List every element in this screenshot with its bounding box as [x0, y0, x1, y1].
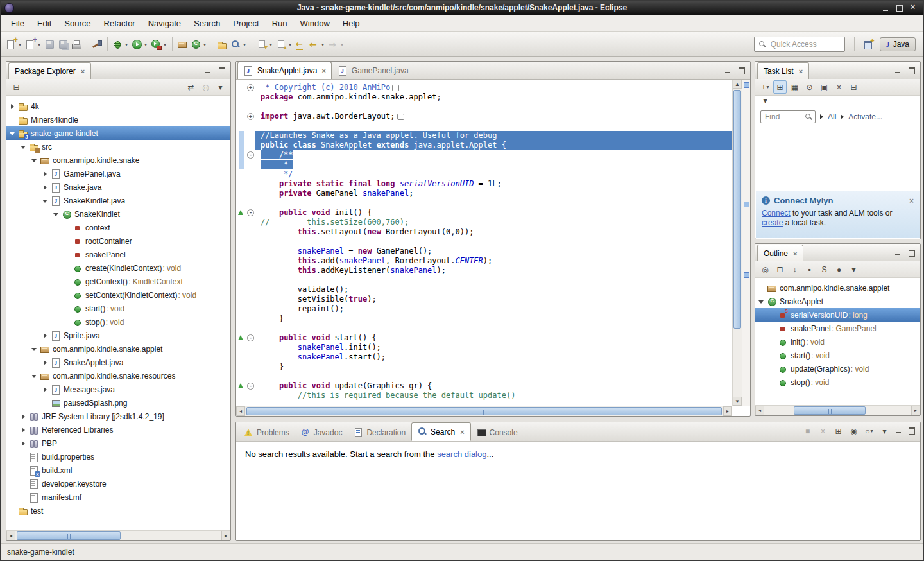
scroll-left-button[interactable]: ◂ [755, 406, 764, 415]
code-line[interactable]: public class SnakeApplet extends java.ap… [236, 141, 732, 150]
presentation-dropdown-button[interactable] [758, 94, 772, 108]
tree-item[interactable]: xbuild.xml [6, 463, 230, 477]
tree-item[interactable]: rootContainer [6, 234, 230, 248]
scroll-left-button[interactable]: ◂ [236, 406, 245, 416]
tree-item[interactable]: start() : void [6, 302, 230, 315]
code-line[interactable]: //Launches Snake as a Java applet. Usefu… [236, 131, 732, 141]
tree-item[interactable]: GamePanel.java [6, 167, 230, 180]
hide-static-members-button[interactable] [817, 263, 831, 276]
expander-icon[interactable] [42, 332, 49, 339]
task-activate-link[interactable]: Activate... [848, 112, 882, 121]
previous-annotation-button[interactable]: ▾ [275, 37, 294, 52]
expand-all-button[interactable] [832, 424, 845, 438]
tree-item[interactable]: SserialVersionUID : long [755, 308, 920, 322]
expander-icon[interactable] [31, 345, 38, 352]
tree-item[interactable]: Snake.java [6, 180, 230, 194]
fold-collapse-icon[interactable]: - [247, 334, 254, 341]
hide-fields-button[interactable] [803, 263, 816, 276]
expander-icon[interactable] [42, 359, 49, 366]
tree-item[interactable]: PBP [6, 436, 230, 450]
expander-icon[interactable] [20, 143, 27, 150]
view-tab-declaration[interactable]: Declaration [348, 424, 411, 441]
mylyn-link[interactable]: create [762, 218, 783, 227]
tree-item[interactable]: context [6, 221, 230, 234]
dropdown-arrow-icon[interactable]: ▾ [162, 42, 167, 47]
code-line[interactable]: - public void update(Graphics gr) { [236, 381, 732, 391]
fold-expand-icon[interactable]: + [247, 113, 254, 120]
code-line[interactable] [236, 275, 732, 285]
code-line[interactable]: this.addKeyListener(snakePanel); [236, 266, 732, 275]
quick-access-input[interactable] [769, 39, 841, 49]
editor-tab[interactable]: SnakeApplet.java× [237, 62, 332, 79]
run-button[interactable]: ▾ [130, 37, 150, 52]
expander-icon[interactable] [42, 386, 49, 393]
maximize-panel-button[interactable] [906, 248, 917, 258]
new-menu-button[interactable]: ▾ [24, 37, 43, 52]
back-button[interactable]: ▾ [307, 37, 327, 52]
horizontal-scrollbar[interactable]: ◂ ▸ [6, 530, 230, 540]
code-editor[interactable]: + * Copyright (c) 2010 AnMiPopackage com… [236, 80, 732, 406]
fold-collapse-icon[interactable]: - [247, 151, 254, 159]
link-with-editor-button[interactable] [184, 80, 198, 94]
window-close-button[interactable] [909, 4, 917, 12]
code-line[interactable] [236, 198, 732, 208]
tree-item[interactable]: setContext(KindletContext) : void [6, 288, 230, 302]
tree-item[interactable]: update(Graphics) : void [755, 362, 920, 375]
view-tab-search[interactable]: Search× [411, 422, 470, 441]
code-line[interactable] [236, 372, 732, 381]
dropdown-arrow-icon[interactable]: ▾ [202, 42, 207, 47]
search-history-button[interactable]: ▾ [862, 424, 876, 438]
categorized-button[interactable] [773, 80, 787, 94]
scroll-up-button[interactable]: ▲ [733, 80, 742, 89]
new-java-class-button[interactable]: ▾ [189, 37, 209, 52]
close-icon[interactable]: × [321, 67, 325, 74]
dropdown-arrow-icon[interactable]: ▾ [37, 42, 42, 47]
tree-item[interactable]: Sprite.java [6, 329, 230, 342]
scroll-down-button[interactable]: ▼ [733, 397, 742, 406]
menu-search[interactable]: Search [187, 17, 227, 30]
tree-item[interactable]: developer.keystore [6, 477, 230, 490]
tree-item[interactable]: SnakeKindlet [6, 207, 230, 221]
focus-button[interactable] [758, 263, 772, 276]
code-line[interactable] [236, 324, 732, 333]
overview-marker[interactable] [744, 202, 749, 207]
tree-item[interactable]: SnakeApplet [755, 295, 920, 308]
window-maximize-button[interactable] [895, 4, 903, 12]
dropdown-arrow-icon[interactable]: ▾ [17, 42, 22, 47]
maximize-panel-button[interactable] [216, 66, 227, 76]
open-perspective-button[interactable] [864, 40, 874, 49]
tree-item[interactable]: getContext() : KindletContext [6, 275, 230, 288]
tree-item[interactable]: 4k [6, 99, 230, 113]
code-line[interactable]: - /** [236, 150, 732, 160]
view-tab-javadoc[interactable]: Javadoc [295, 424, 348, 441]
tree-item[interactable]: stop() : void [755, 375, 920, 389]
code-line[interactable]: //this is required because the default u… [236, 391, 732, 401]
menu-run[interactable]: Run [266, 17, 294, 30]
dropdown-arrow-icon[interactable]: ▾ [287, 42, 293, 47]
tree-item[interactable]: Miners4kindle [6, 113, 230, 126]
menu-file[interactable]: File [4, 17, 31, 30]
tree-item[interactable]: Jsnake-game-kindlet [6, 126, 230, 140]
tree-item[interactable]: com.anmipo.kindle.snake.applet [755, 281, 920, 295]
scroll-right-button[interactable]: ▸ [911, 406, 920, 415]
minimize-panel-button[interactable] [893, 66, 903, 76]
view-menu-button[interactable] [847, 263, 860, 276]
package-explorer-tab[interactable]: Package Explorer × [8, 62, 91, 79]
code-line[interactable]: private static final long serialVersionU… [236, 179, 732, 189]
expander-icon[interactable] [31, 372, 38, 379]
hide-non-public-button[interactable] [832, 263, 846, 276]
code-line[interactable]: snakePanel = new GamePanel(); [236, 246, 732, 256]
scrollbar-thumb[interactable] [17, 531, 121, 540]
pin-search-view-button[interactable] [847, 424, 860, 438]
tree-item[interactable]: JRE System Library [j2sdk1.4.2_19] [6, 410, 230, 423]
code-line[interactable]: snakePanel.start(); [236, 352, 732, 362]
scrollbar-thumb[interactable] [246, 407, 722, 415]
hide-completed-button[interactable] [832, 80, 846, 94]
task-filter-all[interactable]: All [828, 112, 836, 121]
java-perspective-button[interactable]: J Java [880, 37, 916, 51]
view-tab-problems[interactable]: Problems [238, 424, 295, 441]
tree-item[interactable]: snakePanel : GamePanel [755, 322, 920, 335]
close-icon[interactable]: × [81, 67, 85, 75]
search-toolbar-button[interactable]: ▾ [229, 37, 248, 52]
sort-button[interactable] [788, 263, 801, 276]
